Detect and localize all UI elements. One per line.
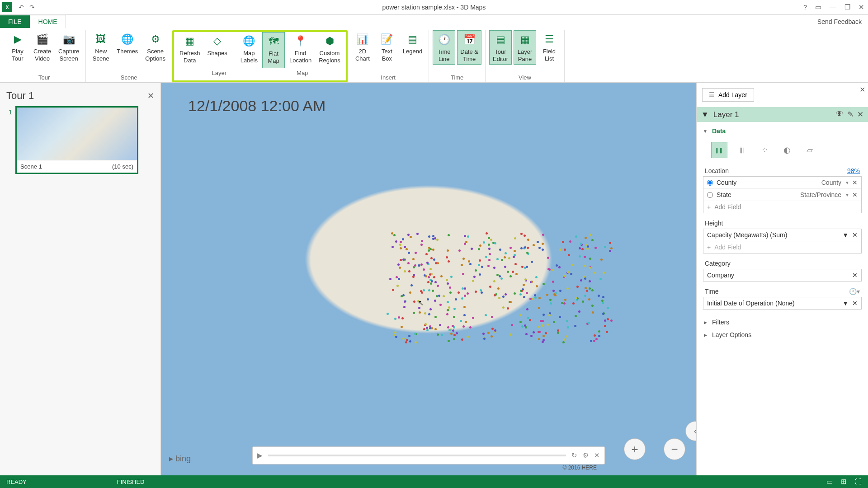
close-icon[interactable]: ✕ bbox=[859, 3, 864, 11]
close-tour-icon[interactable]: ✕ bbox=[147, 91, 154, 101]
text-box-button[interactable]: 📝Text Box bbox=[376, 30, 398, 64]
status-finished: FINISHED bbox=[117, 479, 145, 485]
visibility-icon[interactable]: 👁 bbox=[836, 110, 844, 119]
filters-section[interactable]: Filters bbox=[703, 316, 862, 328]
play-tour-button[interactable]: ▶Play Tour bbox=[6, 30, 29, 64]
tab-home[interactable]: HOME bbox=[30, 15, 66, 28]
2d-chart-button[interactable]: 📊2D Chart bbox=[351, 30, 374, 64]
chevron-down-icon[interactable]: ▼ bbox=[842, 300, 849, 307]
remove-icon[interactable]: ✕ bbox=[852, 231, 858, 239]
viz-clustered-column[interactable]: ⫼ bbox=[734, 142, 750, 158]
maximize-icon[interactable]: ❐ bbox=[844, 3, 850, 11]
send-feedback[interactable]: Send Feedback bbox=[817, 18, 862, 25]
help-icon[interactable]: ? bbox=[803, 3, 807, 11]
scene-name: Scene 1 bbox=[20, 163, 42, 170]
minimize-icon[interactable]: — bbox=[830, 3, 836, 11]
add-layer-button[interactable]: ☰Add Layer bbox=[702, 88, 754, 102]
ribbon-options-icon[interactable]: ▭ bbox=[815, 3, 821, 11]
location-row-county[interactable]: County County ▼ ✕ bbox=[703, 177, 861, 189]
remove-icon[interactable]: ✕ bbox=[852, 179, 858, 186]
capture-screen-button[interactable]: 📷Capture Screen bbox=[56, 30, 82, 64]
scene-card[interactable]: 1 Scene 1 (10 sec) bbox=[15, 106, 138, 174]
redo-icon[interactable]: ↷ bbox=[29, 4, 35, 11]
remove-icon[interactable]: ✕ bbox=[852, 191, 858, 198]
map-timestamp: 12/1/2008 12:00 AM bbox=[188, 97, 326, 115]
category-field[interactable]: Company ✕ bbox=[703, 269, 862, 282]
remove-icon[interactable]: ✕ bbox=[852, 300, 858, 307]
group-insert: 📊2D Chart 📝Text Box ▤Legend Insert bbox=[348, 30, 429, 82]
legend-button[interactable]: ▤Legend bbox=[400, 30, 425, 64]
themes-button[interactable]: 🌐Themes bbox=[114, 30, 141, 64]
chevron-down-icon[interactable]: ▼ bbox=[842, 231, 849, 239]
titlebar: X ↶ ↷ power station sample.xlsx - 3D Map… bbox=[0, 0, 868, 15]
location-pct[interactable]: 98% bbox=[847, 167, 860, 174]
ribbon: ▶Play Tour 🎬Create Video 📷Capture Screen… bbox=[0, 28, 868, 83]
flat-map-button[interactable]: 🗺Flat Map bbox=[262, 32, 285, 68]
undo-icon[interactable]: ↶ bbox=[19, 4, 24, 11]
view-pagelayout-icon[interactable]: ⊞ bbox=[841, 478, 847, 486]
time-options-icon[interactable]: 🕐▾ bbox=[849, 288, 860, 295]
loop-icon[interactable]: ↻ bbox=[571, 451, 577, 460]
group-scene: 🖼New Scene 🌐Themes ⚙Scene Options Scene bbox=[86, 30, 172, 82]
height-label: Height bbox=[705, 220, 723, 227]
excel-icon: X bbox=[2, 2, 12, 12]
play-icon[interactable]: ▶ bbox=[257, 451, 263, 460]
layer-pane-button[interactable]: ▦Layer Pane bbox=[514, 30, 536, 65]
county-radio[interactable] bbox=[707, 180, 713, 186]
chevron-down-icon[interactable]: ▼ bbox=[845, 192, 849, 197]
scene-options-button[interactable]: ⚙Scene Options bbox=[142, 30, 168, 64]
group-view: ▤Tour Editor ▦Layer Pane ☰Field List Vie… bbox=[486, 30, 565, 82]
viz-bubble[interactable]: ⁘ bbox=[756, 142, 773, 158]
rename-icon[interactable]: ✎ bbox=[847, 110, 854, 119]
zoom-out-button[interactable]: − bbox=[664, 438, 685, 460]
copyright: © 2016 HERE bbox=[562, 465, 597, 471]
close-layer-panel-icon[interactable]: ✕ bbox=[859, 85, 865, 94]
chevron-down-icon: ▼ bbox=[701, 110, 709, 119]
location-row-state[interactable]: State State/Province ▼ ✕ bbox=[703, 189, 861, 201]
create-video-button[interactable]: 🎬Create Video bbox=[31, 30, 54, 64]
tab-file[interactable]: FILE bbox=[0, 15, 30, 28]
close-timeline-icon[interactable]: ✕ bbox=[594, 451, 600, 460]
layer-panel: ✕ ☰Add Layer ▼ Layer 1 👁 ✎ ✕ Data ⫿⫿ ⫼ ⁘… bbox=[696, 83, 868, 475]
location-fields: County County ▼ ✕ State State/Province ▼… bbox=[703, 176, 862, 213]
add-location-field[interactable]: +Add Field bbox=[703, 201, 861, 213]
data-section[interactable]: Data bbox=[703, 126, 862, 138]
view-normal-icon[interactable]: ▭ bbox=[826, 478, 833, 486]
shapes-button[interactable]: ◇Shapes bbox=[205, 32, 230, 68]
add-height-field[interactable]: +Add Field bbox=[703, 241, 862, 253]
ribbon-tabs: FILE HOME Send Feedback bbox=[0, 15, 868, 28]
layer-options-section[interactable]: Layer Options bbox=[703, 328, 862, 341]
find-location-button[interactable]: 📍Find Location bbox=[287, 32, 314, 68]
timeline-control[interactable]: ▶ ↻ ⚙ ✕ bbox=[252, 446, 605, 465]
chevron-down-icon[interactable]: ▼ bbox=[845, 180, 849, 185]
time-label: Time bbox=[705, 288, 719, 295]
scene-number: 1 bbox=[9, 108, 12, 116]
field-list-button[interactable]: ☰Field List bbox=[538, 30, 561, 65]
refresh-data-button[interactable]: ▦Refresh Data bbox=[177, 32, 203, 68]
map-view[interactable]: 12/1/2008 12:00 AM ↖ ⌃ ‹ › ⌄ + − ▶ ↻ ⚙ ✕… bbox=[161, 83, 696, 475]
remove-icon[interactable]: ✕ bbox=[852, 272, 858, 279]
settings-icon[interactable]: ⚙ bbox=[583, 451, 589, 460]
group-time: 🕐Time Line 📅Date & Time Time bbox=[429, 30, 486, 82]
map-labels-button[interactable]: 🌐Map Labels bbox=[238, 32, 260, 68]
date-time-button[interactable]: 📅Date & Time bbox=[457, 30, 481, 65]
height-field[interactable]: Capacity (Megawatts) (Sum) ▼ ✕ bbox=[703, 229, 862, 241]
time-field[interactable]: Initial Date of Operation (None) ▼ ✕ bbox=[703, 297, 862, 310]
custom-regions-button[interactable]: ⬢Custom Regions bbox=[316, 32, 343, 68]
new-scene-button[interactable]: 🖼New Scene bbox=[90, 30, 112, 64]
window-title: power station sample.xlsx - 3D Maps bbox=[382, 4, 486, 11]
state-radio[interactable] bbox=[707, 192, 713, 198]
group-layer-map-highlight: ▦Refresh Data ◇Shapes 🌐Map Labels 🗺Flat … bbox=[172, 30, 348, 82]
view-fullscreen-icon[interactable]: ⛶ bbox=[855, 478, 862, 486]
status-ready: READY bbox=[6, 479, 27, 485]
viz-region[interactable]: ▱ bbox=[802, 142, 818, 158]
tour-editor-button[interactable]: ▤Tour Editor bbox=[489, 30, 512, 65]
layer-header[interactable]: ▼ Layer 1 👁 ✎ ✕ bbox=[697, 107, 868, 122]
time-line-button[interactable]: 🕐Time Line bbox=[433, 30, 455, 65]
bing-logo: ▸ bing bbox=[169, 454, 191, 464]
zoom-in-button[interactable]: + bbox=[624, 438, 646, 460]
timeline-track[interactable] bbox=[268, 455, 566, 456]
viz-heatmap[interactable]: ◐ bbox=[779, 142, 795, 158]
delete-layer-icon[interactable]: ✕ bbox=[857, 110, 863, 119]
viz-stacked-column[interactable]: ⫿⫿ bbox=[711, 142, 727, 158]
